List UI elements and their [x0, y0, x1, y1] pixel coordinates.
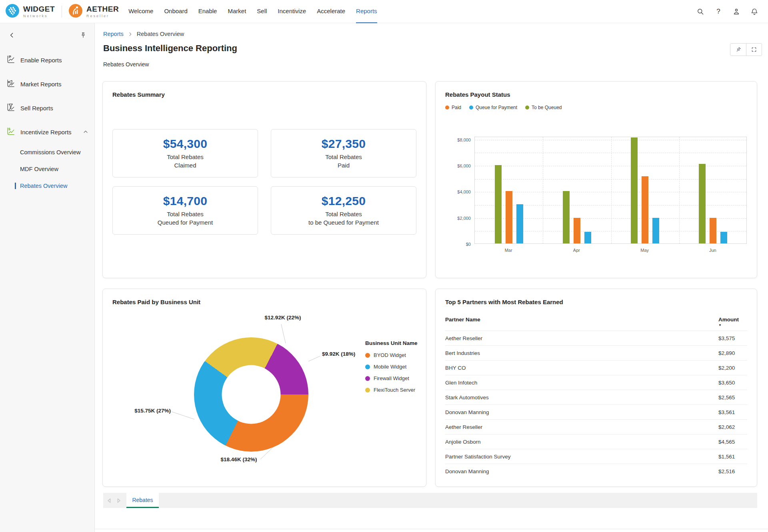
- fullscreen-button[interactable]: [746, 44, 762, 56]
- page-subtitle: Rebates Overview: [103, 61, 768, 68]
- bar-group-may: [631, 137, 659, 243]
- tab-scroll-left-icon[interactable]: [107, 498, 111, 503]
- sidebar-item-enable-reports[interactable]: Enable Reports: [0, 48, 94, 72]
- market-reports-icon: [6, 78, 16, 90]
- help-icon[interactable]: ?: [713, 6, 724, 17]
- page-title: Business Intelligence Reporting: [103, 43, 768, 54]
- legend-item-paid: Paid: [445, 105, 461, 110]
- table-row[interactable]: Donovan Manning$2,516: [445, 464, 747, 478]
- main-content: Reports Rebates Overview Business Intell…: [95, 23, 768, 532]
- tab-scroll-arrows: [103, 493, 126, 508]
- table-row[interactable]: Aether Reseller$2,062: [445, 419, 747, 434]
- nav-item-incentivize[interactable]: Incentivize: [278, 0, 306, 23]
- amount-cell: $1,561: [718, 454, 747, 460]
- table-row[interactable]: Anjolie Osborn$4,565: [445, 434, 747, 449]
- widget-networks-logo-icon: [6, 4, 19, 19]
- column-header-partner-name[interactable]: Partner Name: [445, 317, 718, 327]
- stat-value: $54,300: [163, 137, 208, 151]
- business-unit-legend: Business Unit Name BYOD WidgetMobile Wid…: [365, 340, 418, 399]
- bar-paid-apr[interactable]: [574, 218, 580, 243]
- nav-item-market[interactable]: Market: [228, 0, 246, 23]
- bottom-divider: [95, 529, 768, 529]
- sidebar-item-market-reports[interactable]: Market Reports: [0, 72, 94, 96]
- partner-name-cell: Stark Automotives: [445, 395, 718, 400]
- top-partners-table-header: Partner Name Amount ▼: [445, 317, 747, 331]
- partner-name-cell: Glen Infotech: [445, 380, 718, 386]
- bar-queue-for-payment-apr[interactable]: [584, 232, 591, 243]
- table-row[interactable]: Donovan Manning$3,561: [445, 404, 747, 419]
- aether-reseller-logo-icon: [69, 4, 82, 19]
- sidebar-item-incentivize-reports[interactable]: $Incentivize Reports: [0, 120, 94, 144]
- table-row[interactable]: Stark Automotives$2,565: [445, 390, 747, 404]
- sidebar-subitem-rebates-overview[interactable]: Rebates Overview: [0, 177, 94, 194]
- brand-aether-reseller[interactable]: AETHER Reseller: [69, 4, 119, 19]
- nav-item-onboard[interactable]: Onboard: [164, 0, 187, 23]
- bar-to-be-queued-mar[interactable]: [495, 165, 502, 243]
- bar-to-be-queued-apr[interactable]: [563, 191, 570, 243]
- nav-item-welcome[interactable]: Welcome: [128, 0, 153, 23]
- donut-hole: [222, 365, 281, 424]
- bar-paid-may[interactable]: [642, 176, 648, 243]
- report-actions: [730, 43, 762, 56]
- payout-bar-chart: $0$2,000$4,000$6,000$8,000: [474, 137, 747, 244]
- legend-label: FlexiTouch Server: [374, 387, 415, 393]
- table-row[interactable]: Aether Reseller$3,575: [445, 331, 747, 345]
- bar-queue-for-payment-jun[interactable]: [720, 232, 727, 243]
- rebates-by-business-unit-card: Rebates Paid by Business Unit $12.92K (2…: [102, 289, 426, 487]
- tab-scroll-right-icon[interactable]: [117, 498, 121, 503]
- user-icon[interactable]: [731, 6, 742, 17]
- bar-to-be-queued-may[interactable]: [631, 137, 638, 243]
- bell-icon[interactable]: [749, 6, 760, 17]
- breadcrumb-reports-link[interactable]: Reports: [103, 31, 124, 37]
- business-unit-donut-chart[interactable]: [194, 337, 308, 452]
- tab-rebates[interactable]: Rebates: [126, 493, 159, 508]
- stat-label: Total Rebatesto be Queued for Payment: [308, 210, 379, 227]
- stat-value: $27,350: [322, 137, 366, 151]
- legend-item-mobile-widget: Mobile Widget: [365, 364, 418, 370]
- sidebar: Enable ReportsMarket ReportsSell Reports…: [0, 23, 95, 532]
- stat-card-total-rebates-paid: $27,350Total RebatesPaid: [271, 129, 416, 177]
- amount-cell: $3,575: [718, 335, 747, 341]
- table-row[interactable]: Bert Industries$2,890: [445, 345, 747, 360]
- table-row[interactable]: Glen Infotech$3,650: [445, 375, 747, 390]
- bar-queue-for-payment-mar[interactable]: [516, 204, 523, 243]
- bar-queue-for-payment-may[interactable]: [652, 218, 659, 243]
- table-row[interactable]: Partner Satisfaction Survey$1,561: [445, 449, 747, 464]
- bar-paid-mar[interactable]: [506, 191, 512, 243]
- gridline: [475, 140, 746, 140]
- table-row[interactable]: BHY CO$2,200: [445, 360, 747, 375]
- search-icon[interactable]: [695, 6, 706, 17]
- pin-report-button[interactable]: [730, 44, 746, 56]
- brand-secondary-name: AETHER: [86, 5, 119, 13]
- sidebar-collapse-icon[interactable]: [6, 30, 18, 41]
- amount-cell: $2,200: [718, 365, 747, 371]
- bar-to-be-queued-jun[interactable]: [699, 164, 706, 243]
- rebates-summary-card: Rebates Summary $54,300Total RebatesClai…: [102, 81, 426, 278]
- nav-item-sell[interactable]: Sell: [257, 0, 267, 23]
- amount-cell: $2,890: [718, 350, 747, 356]
- x-axis-label-apr: Apr: [564, 248, 588, 253]
- column-header-amount[interactable]: Amount ▼: [718, 317, 747, 327]
- nav-item-reports[interactable]: Reports: [356, 0, 377, 23]
- y-axis-tick: $6,000: [444, 163, 471, 169]
- legend-item-queue-for-payment: Queue for Payment: [469, 105, 517, 110]
- legend-dot: [365, 376, 370, 381]
- x-axis-label-may: May: [633, 248, 657, 253]
- sidebar-subitem-mdf-overview[interactable]: MDF Overview: [0, 161, 94, 177]
- sidebar-item-sell-reports[interactable]: Sell Reports: [0, 96, 94, 120]
- y-axis-tick: $8,000: [444, 137, 471, 143]
- sidebar-pin-icon[interactable]: [78, 30, 89, 41]
- topbar-icons: ?: [695, 6, 760, 17]
- legend-item-to-be-queued: To be Queued: [525, 105, 562, 110]
- nav-item-enable[interactable]: Enable: [198, 0, 217, 23]
- x-axis-label-jun: Jun: [701, 248, 725, 253]
- nav-item-accelerate[interactable]: Accelerate: [317, 0, 345, 23]
- legend-label: Paid: [452, 105, 461, 110]
- sidebar-subitem-commissions-overview[interactable]: Commissions Overview: [0, 144, 94, 161]
- sidebar-item-label: Market Reports: [20, 81, 62, 88]
- bar-paid-jun[interactable]: [710, 218, 716, 243]
- report-page-tabbar: Rebates: [103, 493, 757, 508]
- brand-widget-networks[interactable]: WIDGET Networks: [6, 4, 55, 19]
- legend-label: BYOD Widget: [374, 352, 406, 358]
- legend-dot: [525, 106, 529, 110]
